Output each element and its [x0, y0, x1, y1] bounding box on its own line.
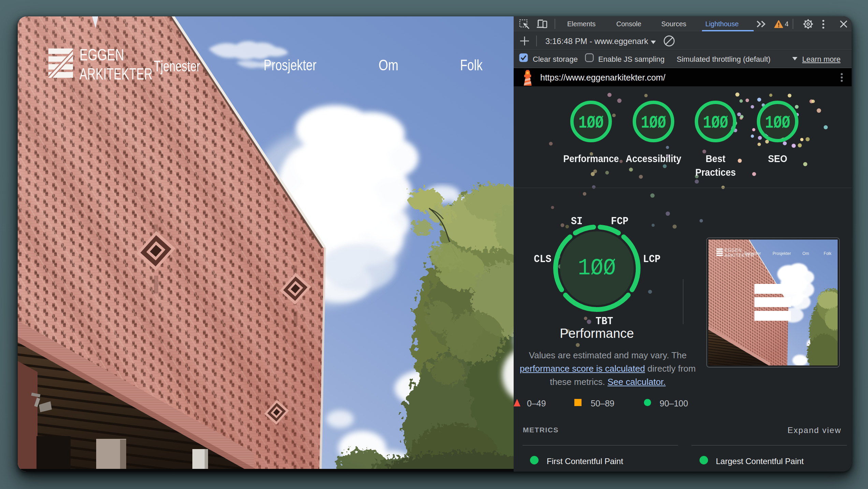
svg-text:Prosjekter: Prosjekter: [773, 251, 791, 256]
svg-text:Folk: Folk: [460, 57, 483, 73]
svg-text:Om: Om: [379, 57, 398, 73]
svg-text:EGGEN: EGGEN: [79, 46, 124, 64]
svg-text:1ØØ: 1ØØ: [703, 113, 728, 133]
svg-text:1ØØ: 1ØØ: [765, 113, 790, 133]
svg-text:Om: Om: [803, 251, 809, 256]
svg-text:Prosjekter: Prosjekter: [264, 57, 317, 73]
svg-text:1ØØ: 1ØØ: [578, 113, 603, 133]
svg-text:Tjenester: Tjenester: [744, 251, 761, 256]
svg-text:ARKITEKTER: ARKITEKTER: [79, 65, 152, 83]
svg-text:1ØØ: 1ØØ: [641, 113, 666, 133]
svg-text:Folk: Folk: [824, 251, 832, 256]
svg-text:EGGEN: EGGEN: [724, 248, 742, 253]
svg-text:Tjenester: Tjenester: [154, 58, 200, 74]
